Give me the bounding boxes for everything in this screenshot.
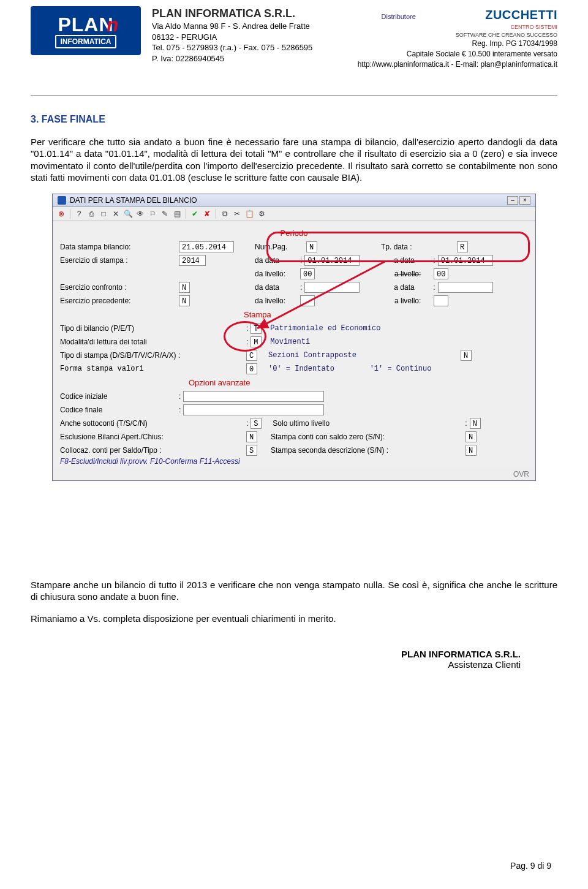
distributore-label: Distributore — [382, 12, 416, 21]
toolbar-delete-icon[interactable]: ✕ — [111, 209, 121, 219]
section-opzioni: Opzioni avanzate — [60, 376, 528, 390]
company-info: PLAN INFORMATICA S.R.L. Via Aldo Manna 9… — [141, 6, 358, 64]
paragraph-2: Stampare anche un bilancio di tutto il 2… — [31, 579, 557, 603]
partner-logo: ZUCCHETTI — [485, 8, 557, 21]
section-stampa: Stampa — [60, 308, 528, 322]
company-address-1: Via Aldo Manna 98 F - S. Andrea delle Fr… — [152, 21, 358, 32]
section-periodo: Periodo — [60, 226, 528, 240]
desc-tipo-stampa: Sezioni Contrapposte — [268, 351, 458, 360]
field-adata2[interactable] — [438, 282, 493, 293]
window-titlebar: DATI PER LA STAMPA DEL BILANCIO – × — [53, 194, 535, 207]
label-collocaz: Collocaz. conti per Saldo/Tipo : — [60, 446, 244, 455]
field-dalivello2[interactable] — [300, 295, 315, 306]
label-modalita: Modalita'di lettura dei totali — [60, 338, 244, 346]
toolbar-cut-icon[interactable]: ✂ — [232, 209, 242, 219]
field-collocaz[interactable]: S — [246, 445, 257, 456]
section-title: 3. FASE FINALE — [31, 114, 557, 125]
field-dadata[interactable]: 01.01.2014 — [304, 255, 360, 266]
field-sottoconti-n[interactable]: N — [470, 418, 481, 429]
close-button[interactable]: × — [519, 196, 530, 205]
toolbar-edit-icon[interactable]: ✎ — [160, 209, 170, 219]
page-footer: Pag. 9 di 9 — [510, 861, 551, 871]
toolbar-close-icon[interactable]: ⊗ — [56, 209, 66, 219]
screenshot-wrapper: DATI PER LA STAMPA DEL BILANCIO – × ⊗ ? … — [31, 194, 557, 481]
field-tipo-stampa[interactable]: C — [246, 350, 257, 361]
desc-forma: '0' = Indentato '1' = Continuo — [268, 365, 431, 373]
header-right: Distributore ZUCCHETTI CENTRO SISTEMI SO… — [358, 6, 557, 70]
status-ovr: OVR — [53, 468, 535, 480]
company-tel: Tel. 075 - 5279893 (r.a.) - Fax. 075 - 5… — [152, 42, 358, 53]
label-dadata: da data — [255, 256, 298, 265]
label-esercizio: Esercizio di stampa : — [60, 256, 176, 265]
field-collocaz-n[interactable]: N — [466, 445, 477, 456]
desc-collocaz: Stampa seconda descrizione (S/N) : — [271, 446, 463, 455]
field-alivello[interactable]: 00 — [434, 268, 448, 279]
label-codice-iniziale: Codice iniziale — [60, 392, 176, 401]
field-esclusione[interactable]: N — [246, 431, 257, 442]
form-area: Periodo Data stampa bilancio: 21.05.2014… — [53, 221, 535, 468]
desc-sottoconti: Solo ultimo livello — [273, 419, 462, 428]
label-tpdata: Tp. data : — [381, 243, 454, 251]
field-dalivello[interactable]: 00 — [300, 268, 315, 279]
signature-company: PLAN INFORMATICA S.R.L. — [31, 649, 521, 659]
label-dadata2: da data — [255, 283, 298, 292]
minimize-button[interactable]: – — [507, 196, 518, 205]
field-dadata2[interactable] — [304, 282, 360, 293]
field-numpag[interactable]: N — [306, 241, 317, 252]
letterhead: n PLAN INFORMATICA PLAN INFORMATICA S.R.… — [31, 6, 557, 70]
field-forma[interactable]: 0 — [246, 363, 257, 374]
toolbar-search-icon[interactable]: 🔍 — [123, 209, 133, 219]
toolbar-note-icon[interactable]: ▤ — [172, 209, 182, 219]
label-adata: a data — [394, 256, 431, 265]
toolbar-find-icon[interactable]: 👁 — [135, 209, 145, 219]
capitale: Capitale Sociale € 10.500 interamente ve… — [358, 49, 557, 59]
field-codice-finale[interactable] — [183, 404, 324, 415]
app-window: DATI PER LA STAMPA DEL BILANCIO – × ⊗ ? … — [52, 194, 536, 481]
label-alivello2: a livello: — [394, 297, 431, 305]
toolbar-cancel-icon[interactable]: ✘ — [202, 209, 212, 219]
label-adata2: a data — [394, 283, 431, 292]
signature-dept: Assistenza Clienti — [31, 659, 521, 670]
toolbar-new-icon[interactable]: □ — [99, 209, 108, 219]
desc-modalita: Movimenti — [270, 338, 310, 346]
window-icon — [58, 196, 66, 205]
field-alivello2[interactable] — [434, 295, 448, 306]
label-tipo-bilancio: Tipo di bilancio (P/E/T) — [60, 324, 244, 333]
web-email: http://www.planinformatica.it - E-mail: … — [358, 59, 557, 70]
field-precedente[interactable]: N — [179, 295, 190, 306]
label-esclusione: Esclusione Bilanci Apert./Chius: — [60, 433, 244, 441]
toolbar-confirm-icon[interactable]: ✔ — [190, 209, 200, 219]
toolbar: ⊗ ? ⎙ □ ✕ 🔍 👁 ⚐ ✎ ▤ ✔ ✘ ⧉ ✂ 📋 ⚙ — [53, 207, 535, 221]
desc-esclusione: Stampa conti con saldo zero (S/N): — [271, 433, 463, 441]
field-tipo-bilancio[interactable]: T — [251, 323, 262, 334]
label-alivello: a livello: — [394, 270, 431, 278]
function-keys-hint: F8-Escludi/Includi liv.provv. F10-Confer… — [60, 457, 528, 466]
field-tipo-stampa-n[interactable]: N — [461, 350, 472, 361]
reg-imp: Reg. Imp. PG 17034/1998 — [358, 39, 557, 49]
paragraph-3: Rimaniamo a Vs. completa disposizione pe… — [31, 613, 557, 625]
field-codice-iniziale[interactable] — [183, 391, 324, 402]
company-address-2: 06132 - PERUGIA — [152, 32, 358, 43]
label-forma: Forma stampa valori — [60, 365, 244, 373]
toolbar-copy-icon[interactable]: ⧉ — [220, 209, 230, 219]
partner-sub2: SOFTWARE CHE CREANO SUCCESSO — [358, 31, 557, 39]
field-confronto[interactable]: N — [179, 282, 190, 293]
field-esclusione-n[interactable]: N — [466, 431, 477, 442]
toolbar-print-icon[interactable]: ⎙ — [86, 209, 96, 219]
toolbar-paste-icon[interactable]: 📋 — [244, 209, 254, 219]
label-sottoconti: Anche sottoconti (T/S/C/N) — [60, 419, 244, 428]
toolbar-link-icon[interactable]: ⚙ — [257, 209, 266, 219]
field-tpdata[interactable]: R — [457, 241, 468, 252]
label-numpag: Num.Pag. — [255, 243, 304, 251]
toolbar-flag-icon[interactable]: ⚐ — [148, 209, 157, 219]
toolbar-help-icon[interactable]: ? — [74, 209, 84, 219]
label-precedente: Esercizio precedente: — [60, 297, 176, 305]
desc-tipo-bilancio: Patrimoniale ed Economico — [270, 324, 380, 333]
company-piva: P. Iva: 02286940545 — [152, 53, 358, 64]
field-data-stampa[interactable]: 21.05.2014 — [179, 241, 234, 252]
field-adata[interactable]: 01.01.2014 — [438, 255, 493, 266]
field-esercizio[interactable]: 2014 — [179, 255, 206, 266]
field-sottoconti[interactable]: S — [251, 418, 262, 429]
paragraph-1: Per verificare che tutto sia andato a bu… — [31, 136, 557, 184]
field-modalita[interactable]: M — [251, 336, 262, 347]
